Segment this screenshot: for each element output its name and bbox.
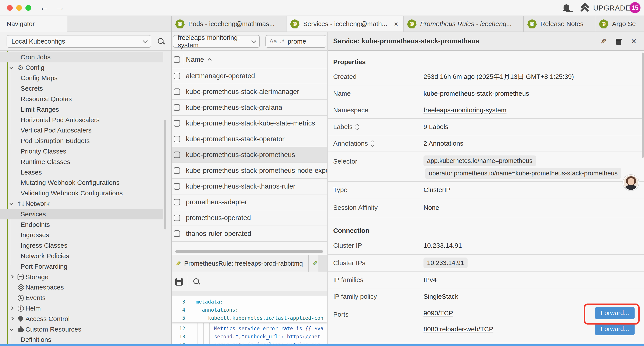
sidebar-scrollbar[interactable] <box>164 120 166 230</box>
sidebar-item[interactable]: Horizontal Pod Autoscalers <box>0 115 163 125</box>
service-row[interactable]: kube-prometheus-stack-grafana <box>172 100 327 116</box>
sidebar-item[interactable]: Config <box>0 62 163 73</box>
labels-expander-icon[interactable] <box>356 123 359 130</box>
sidebar-item[interactable]: Resource Quotas <box>0 94 163 104</box>
close-panel-icon[interactable]: × <box>631 37 636 46</box>
sidebar-item[interactable]: Leases <box>0 167 163 178</box>
minimize-window-button[interactable] <box>16 5 22 11</box>
service-row[interactable]: kube-prometheus-stack-operator <box>172 131 327 147</box>
workspace-tab[interactable]: Pods - icecheng@mathmas... <box>172 16 286 32</box>
sidebar-item[interactable]: Vertical Pod Autoscalers <box>0 125 163 136</box>
sidebar-item[interactable]: Storage <box>0 272 163 282</box>
row-checkbox[interactable] <box>174 230 180 237</box>
row-checkbox[interactable] <box>174 215 180 221</box>
detail-panel-scrollbar[interactable] <box>642 52 644 158</box>
match-case-toggle[interactable]: Aa <box>270 38 277 45</box>
editor-tab[interactable]: ✎ PrometheusRule: freeleaps-prod-rabbitm… <box>172 255 309 272</box>
service-row[interactable]: kube-prometheus-stack-alertmanager <box>172 84 327 100</box>
back-arrow-icon[interactable]: ← <box>40 2 49 13</box>
regex-toggle[interactable]: .* <box>280 38 284 45</box>
notifications-bell-icon[interactable] <box>563 4 570 12</box>
maximize-window-button[interactable] <box>26 5 31 11</box>
sidebar-item[interactable]: Network <box>0 198 163 209</box>
workspace-tab[interactable]: Prometheus Rules - icecheng... <box>404 16 524 32</box>
forward-arrow-icon[interactable]: → <box>55 2 65 13</box>
expand-chevron-icon[interactable] <box>10 275 14 279</box>
sidebar-item[interactable]: Helm <box>0 303 163 314</box>
forward-button[interactable]: Forward... <box>595 323 634 335</box>
row-checkbox[interactable] <box>174 73 180 79</box>
sidebar-item[interactable]: Ingress Classes <box>0 240 163 251</box>
sidebar-item[interactable]: Namespaces <box>0 282 163 293</box>
user-badge[interactable]: 15 <box>630 2 640 13</box>
kubeconfig-select[interactable]: Local Kubeconfigs <box>6 35 151 48</box>
horizontal-scrollbar[interactable] <box>175 250 323 253</box>
sidebar-item[interactable]: Ingresses <box>0 230 163 240</box>
workspace-tab[interactable]: Services - icecheng@math... × <box>286 16 404 32</box>
row-checkbox[interactable] <box>174 88 180 95</box>
sidebar-item[interactable]: Port Forwarding <box>0 261 163 272</box>
service-row[interactable]: kube-prometheus-stack-thanos-ruler <box>172 179 327 194</box>
expand-chevron-icon[interactable] <box>10 317 14 320</box>
sidebar-item[interactable]: Cron Jobs <box>0 52 163 62</box>
expand-chevron-icon[interactable] <box>10 202 13 205</box>
row-checkbox[interactable] <box>174 183 180 190</box>
code-link[interactable]: https://net <box>287 334 320 340</box>
sidebar-item[interactable]: Secrets <box>0 83 163 94</box>
port-link[interactable]: 8080:reloader-web/TCP <box>424 326 494 333</box>
sidebar-item[interactable]: Mutating Webhook Configurations <box>0 178 163 188</box>
name-column-header[interactable]: Name <box>186 56 210 63</box>
row-checkbox[interactable] <box>174 152 180 158</box>
expand-chevron-icon[interactable] <box>10 306 14 310</box>
sidebar-item[interactable]: Validating Webhook Configurations <box>0 188 163 198</box>
tab-navigator[interactable]: Navigator <box>0 16 67 32</box>
expand-chevron-icon[interactable] <box>10 327 13 331</box>
sidebar-item[interactable]: Endpoints <box>0 219 163 230</box>
annotations-expander-icon[interactable] <box>371 140 374 147</box>
sidebar-item[interactable]: Network Policies <box>0 251 163 261</box>
delete-service-icon[interactable] <box>616 37 622 45</box>
sidebar-item[interactable]: Priority Classes <box>0 146 163 157</box>
row-checkbox[interactable] <box>174 167 180 174</box>
edit-service-icon[interactable]: ✎ <box>600 37 607 46</box>
sidebar-item[interactable]: Services <box>0 209 163 219</box>
sidebar-item[interactable]: Custom Resources <box>0 324 163 335</box>
service-row[interactable]: kube-prometheus-stack-prometheus <box>172 147 327 163</box>
editor-tab-partial[interactable]: ✎ <box>309 255 318 272</box>
port-link[interactable]: 9090/TCP <box>424 310 453 317</box>
service-row[interactable]: prometheus-operated <box>172 210 327 226</box>
namespace-link[interactable]: freeleaps-monitoring-system <box>424 106 506 114</box>
service-row[interactable]: kube-prometheus-stack-prometheus-node-ex… <box>172 163 327 179</box>
workspace-tab[interactable]: Release Notes <box>524 16 595 32</box>
editor-search-icon[interactable] <box>193 278 201 286</box>
upgrade-button[interactable]: UPGRADE <box>593 4 630 12</box>
sidebar-item[interactable]: Access Control <box>0 314 163 324</box>
ip-families-label: IP families <box>333 276 424 284</box>
search-icon[interactable] <box>158 38 165 45</box>
sidebar-item[interactable]: Limit Ranges <box>0 104 163 115</box>
save-icon[interactable] <box>175 278 183 286</box>
row-checkbox[interactable] <box>174 120 180 127</box>
row-checkbox[interactable] <box>174 199 180 205</box>
close-tab-icon[interactable]: × <box>394 20 398 28</box>
select-all-checkbox[interactable] <box>174 56 180 63</box>
row-checkbox[interactable] <box>174 104 180 111</box>
sidebar-item[interactable]: Runtime Classes <box>0 157 163 167</box>
yaml-editor[interactable]: 3 metadata: 4 annotations: 5 kubectl.kub… <box>172 296 327 346</box>
workspace-tab[interactable]: Argo Se <box>595 16 644 32</box>
close-window-button[interactable] <box>7 5 13 11</box>
expand-chevron-icon[interactable] <box>10 65 13 69</box>
service-row[interactable]: alertmanager-operated <box>172 68 327 84</box>
upgrade-chevrons-icon[interactable] <box>580 3 590 12</box>
row-checkbox[interactable] <box>174 136 180 142</box>
sidebar-item[interactable]: Pod Disruption Budgets <box>0 136 163 146</box>
service-row[interactable]: kube-prometheus-stack-kube-state-metrics <box>172 116 327 131</box>
service-row[interactable]: thanos-ruler-operated <box>172 226 327 242</box>
sidebar-item[interactable]: Events <box>0 293 163 303</box>
service-search-input[interactable]: Aa .* prome <box>266 35 326 48</box>
service-row[interactable]: prometheus-adapter <box>172 194 327 210</box>
sidebar-item[interactable]: Config Maps <box>0 73 163 83</box>
namespace-select[interactable]: freeleaps-monitoring-system <box>173 35 260 48</box>
sidebar-item[interactable]: Definitions <box>0 335 163 345</box>
avatar[interactable] <box>623 175 639 191</box>
